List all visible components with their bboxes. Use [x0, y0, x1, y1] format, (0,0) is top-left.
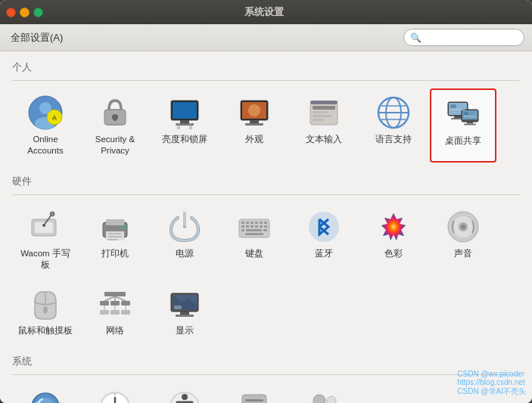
item-sound[interactable]: 声音: [430, 203, 496, 277]
label-online-accounts: OnlineAccounts: [27, 134, 63, 157]
system-settings-window: 系统设置 全部设置(A) 🔍 个人: [0, 0, 532, 403]
icon-mouse-touchpad: [27, 286, 64, 322]
icon-accessibility: [166, 389, 203, 403]
system-grid: 软件和更新: [12, 383, 520, 403]
icon-display: [166, 286, 203, 322]
svg-rect-42: [464, 116, 476, 117]
icon-security-privacy: [97, 95, 133, 131]
svg-rect-98: [174, 305, 182, 309]
item-software-updates[interactable]: 软件和更新: [12, 383, 79, 403]
icon-printer: [97, 209, 133, 245]
search-input[interactable]: [425, 32, 518, 43]
svg-rect-49: [106, 219, 124, 225]
svg-rect-17: [250, 120, 259, 123]
titlebar: 系统设置: [0, 0, 532, 24]
svg-rect-84: [121, 301, 130, 305]
icon-user-accounts: [306, 389, 342, 403]
divider-system: [12, 374, 520, 375]
label-text-input: 文本输入: [306, 134, 342, 145]
svg-rect-86: [110, 310, 120, 315]
svg-rect-73: [245, 233, 263, 235]
svg-rect-38: [464, 124, 476, 126]
section-title-system: 系统: [12, 355, 520, 368]
svg-rect-63: [241, 225, 244, 228]
icon-desktop-sharing: [445, 96, 481, 132]
icon-network: [97, 286, 133, 322]
svg-rect-33: [454, 116, 462, 118]
item-keyboard[interactable]: 键盘: [221, 203, 288, 277]
item-desktop-sharing[interactable]: 桌面共享: [430, 88, 496, 163]
svg-rect-66: [255, 225, 258, 228]
svg-rect-14: [189, 123, 192, 129]
svg-point-19: [248, 104, 260, 116]
svg-rect-21: [313, 106, 335, 110]
svg-point-47: [50, 212, 54, 216]
label-power: 电源: [176, 248, 194, 259]
search-box[interactable]: 🔍: [403, 29, 524, 46]
svg-rect-10: [173, 102, 197, 119]
item-accessibility[interactable]: 通用辅助功能: [151, 383, 218, 403]
icon-software-updates: [27, 389, 64, 403]
svg-rect-41: [464, 112, 468, 115]
svg-rect-64: [246, 225, 249, 228]
item-security-privacy[interactable]: Security &Privacy: [82, 88, 148, 163]
svg-rect-65: [250, 225, 254, 228]
svg-point-46: [42, 224, 45, 227]
icon-power: [166, 209, 203, 245]
label-brightness-lock: 亮度和锁屏: [162, 134, 207, 145]
item-printer[interactable]: 打印机: [82, 203, 148, 277]
icon-details: i: [236, 389, 272, 403]
svg-rect-68: [264, 225, 267, 228]
svg-rect-59: [250, 222, 254, 224]
svg-rect-18: [245, 123, 263, 126]
search-icon: 🔍: [410, 33, 422, 43]
icon-brightness-lock: [166, 95, 203, 131]
item-details[interactable]: i 详细信息: [221, 383, 288, 403]
svg-rect-8: [114, 117, 117, 121]
item-color[interactable]: 色彩: [360, 203, 427, 277]
item-wacom[interactable]: Wacom 手写板: [12, 203, 79, 277]
item-network[interactable]: 网络: [82, 280, 148, 343]
item-online-accounts[interactable]: A OnlineAccounts: [12, 88, 79, 163]
label-network: 网络: [106, 325, 124, 336]
svg-text:A: A: [52, 114, 58, 122]
icon-bluetooth: [306, 209, 342, 245]
all-settings-menu[interactable]: 全部设置(A): [8, 29, 66, 46]
svg-rect-87: [121, 310, 130, 315]
item-language-support[interactable]: 语言支持: [360, 88, 427, 163]
label-security-privacy: Security &Privacy: [95, 134, 135, 157]
item-bluetooth[interactable]: 蓝牙: [291, 203, 357, 277]
svg-rect-57: [241, 222, 244, 224]
hardware-grid: Wacom 手写板: [12, 203, 520, 343]
svg-rect-37: [467, 122, 473, 124]
svg-rect-71: [247, 229, 262, 231]
item-brightness-lock[interactable]: 亮度和锁屏: [151, 88, 218, 163]
svg-rect-40: [450, 109, 465, 110]
icon-online-accounts: A: [27, 95, 64, 131]
divider-personal: [12, 80, 520, 81]
label-mouse-touchpad: 鼠标和触摸板: [18, 325, 73, 336]
label-wacom: Wacom 手写板: [20, 248, 70, 271]
item-appearance[interactable]: 外观: [221, 88, 288, 163]
svg-rect-25: [310, 101, 338, 104]
label-color: 色彩: [384, 248, 403, 259]
window-title: 系统设置: [2, 5, 526, 19]
svg-rect-82: [100, 301, 109, 305]
settings-content: 个人 A OnlineAccounts: [0, 51, 532, 403]
svg-point-119: [313, 395, 325, 403]
item-user-accounts[interactable]: 用户账户: [291, 383, 357, 403]
item-time-date[interactable]: 时间和日期: [82, 383, 148, 403]
label-bluetooth: 蓝牙: [315, 248, 333, 259]
label-desktop-sharing: 桌面共享: [445, 135, 481, 147]
svg-rect-113: [242, 395, 266, 403]
item-power[interactable]: 电源: [151, 203, 218, 277]
icon-keyboard: [236, 209, 272, 245]
icon-text-input: [306, 95, 342, 131]
toolbar: 全部设置(A) 🔍: [0, 24, 532, 51]
svg-line-90: [115, 296, 126, 301]
svg-rect-39: [450, 104, 456, 108]
item-text-input[interactable]: 文本输入: [291, 88, 357, 163]
item-display[interactable]: 显示: [151, 280, 218, 343]
section-title-personal: 个人: [12, 60, 520, 74]
item-mouse-touchpad[interactable]: 鼠标和触摸板: [12, 280, 79, 343]
